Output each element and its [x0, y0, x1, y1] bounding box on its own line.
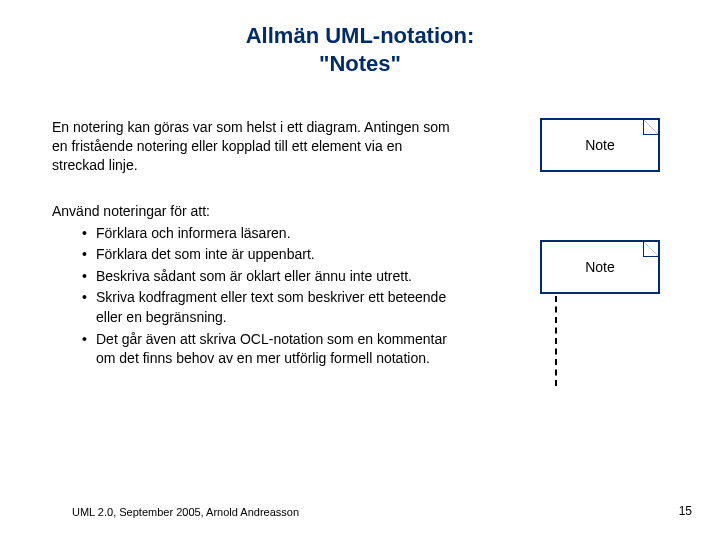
intro-paragraph: En notering kan göras var som helst i et… — [52, 118, 452, 175]
uses-heading: Använd noteringar för att: — [52, 202, 452, 222]
list-item: Förklara det som inte är uppenbart. — [82, 245, 452, 265]
list-item: Det går även att skriva OCL-notation som… — [82, 330, 452, 369]
title-line-2: "Notes" — [0, 50, 720, 78]
uses-list: Förklara och informera läsaren. Förklara… — [52, 224, 452, 369]
slide: Allmän UML-notation: "Notes" En notering… — [0, 0, 720, 540]
uml-note-box-1: Note — [540, 118, 660, 172]
note-label: Note — [542, 137, 658, 153]
uml-note-box-2: Note — [540, 240, 660, 294]
footer-text: UML 2.0, September 2005, Arnold Andreass… — [72, 506, 299, 518]
list-item: Förklara och informera läsaren. — [82, 224, 452, 244]
dashed-connector-line — [555, 296, 557, 386]
note-fold-icon — [644, 242, 658, 256]
page-number: 15 — [679, 504, 692, 518]
uses-section: Använd noteringar för att: Förklara och … — [52, 202, 452, 371]
title-line-1: Allmän UML-notation: — [0, 22, 720, 50]
slide-title: Allmän UML-notation: "Notes" — [0, 22, 720, 77]
list-item: Beskriva sådant som är oklart eller ännu… — [82, 267, 452, 287]
note-label: Note — [542, 259, 658, 275]
list-item: Skriva kodfragment eller text som beskri… — [82, 288, 452, 327]
note-fold-icon — [644, 120, 658, 134]
